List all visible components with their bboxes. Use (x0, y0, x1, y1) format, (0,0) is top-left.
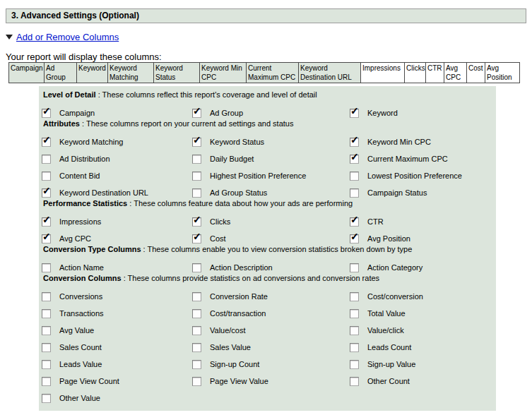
checkbox-campaign-status[interactable] (350, 188, 359, 198)
section-title: Level of Detail (43, 90, 96, 99)
column-option-sign-up-count[interactable]: Sign-up Count (192, 356, 259, 373)
column-option-value-click[interactable]: Value/click (350, 322, 404, 339)
column-option-leads-count[interactable]: Leads Count (350, 339, 411, 356)
checkbox-clicks[interactable] (192, 217, 201, 227)
section-separator: : (141, 245, 148, 253)
add-remove-columns-link[interactable]: Add or Remove Columns (16, 32, 119, 42)
checkbox-value-click[interactable] (350, 326, 359, 335)
checkbox-value-cost[interactable] (192, 326, 201, 335)
column-option-conversions[interactable]: Conversions (42, 288, 102, 305)
section-heading: Level of Detail : These columns reflect … (43, 90, 492, 100)
section-description: These columns enable you to view convers… (148, 245, 413, 253)
column-section: Performance Statistics : These columns f… (40, 199, 492, 247)
column-option-avg-value[interactable]: Avg Value (42, 322, 94, 339)
section-heading: Conversion Columns : These columns provi… (43, 274, 492, 283)
column-option-content-bid[interactable]: Content Bid (42, 167, 100, 184)
column-option-daily-budget[interactable]: Daily Budget (192, 150, 254, 167)
column-option-value-cost[interactable]: Value/cost (192, 322, 246, 339)
column-option-transactions[interactable]: Transactions (42, 305, 104, 322)
checkbox-page-view-value[interactable] (192, 377, 201, 386)
checkbox-current-maximum-cpc[interactable] (350, 155, 359, 164)
column-option-conversion-rate[interactable]: Conversion Rate (192, 288, 268, 305)
checkbox-sales-value[interactable] (192, 343, 201, 352)
column-option-keyword-matching[interactable]: Keyword Matching (42, 133, 124, 150)
checkbox-other-value[interactable] (42, 394, 51, 403)
checkbox-other-count[interactable] (350, 377, 359, 386)
column-option-cost-conversion[interactable]: Cost/conversion (350, 288, 423, 305)
columns-preview-table: CampaignAd GroupKeywordKeyword MatchingK… (8, 62, 520, 83)
column-option-impressions[interactable]: Impressions (42, 213, 101, 230)
checkbox-avg-position[interactable] (350, 234, 359, 243)
column-option-highest-position-preference[interactable]: Highest Position Preference (192, 167, 306, 184)
checkbox-cost[interactable] (192, 234, 201, 243)
checkbox-sign-up-count[interactable] (192, 360, 201, 369)
section-description: These columns provide statistics on ad c… (128, 274, 379, 282)
column-header-campaign: Campaign (9, 63, 45, 83)
section-title: Conversion Columns (43, 274, 122, 282)
checkbox-page-view-count[interactable] (42, 377, 51, 386)
checkbox-content-bid[interactable] (42, 172, 51, 181)
column-option-ad-distribution[interactable]: Ad Distribution (42, 150, 110, 167)
section-header-title: 3. Advanced Settings (Optional) (11, 11, 139, 20)
column-option-total-value[interactable]: Total Value (350, 305, 406, 322)
checkbox-keyword-min-cpc[interactable] (350, 138, 359, 147)
checkbox-keyword[interactable] (350, 109, 359, 118)
column-option-keyword-status[interactable]: Keyword Status (192, 133, 264, 150)
add-remove-columns-toggle[interactable]: Add or Remove Columns (6, 32, 119, 42)
checkbox-daily-budget[interactable] (192, 155, 201, 164)
checkbox-cost-conversion[interactable] (350, 292, 359, 301)
column-option-campaign-status[interactable]: Campaign Status (350, 184, 427, 201)
checkbox-ad-group-status[interactable] (192, 188, 201, 198)
checkbox-campaign[interactable] (42, 109, 51, 118)
checkbox-cost-transaction[interactable] (192, 309, 201, 318)
report-columns-intro: Your report will display these columns: (6, 52, 532, 62)
column-header-keyword-matching: Keyword Matching (108, 63, 154, 83)
checkbox-action-name[interactable] (42, 263, 51, 272)
column-option-other-count[interactable]: Other Count (350, 373, 410, 390)
column-option-page-view-value[interactable]: Page View Value (192, 373, 268, 390)
column-option-other-value[interactable]: Other Value (42, 390, 100, 407)
column-header-clicks: Clicks (405, 63, 426, 83)
column-option-sales-value[interactable]: Sales Value (192, 339, 251, 356)
column-option-clicks[interactable]: Clicks (192, 213, 230, 230)
column-header-keyword-status: Keyword Status (154, 63, 200, 83)
checkbox-ctr[interactable] (350, 217, 359, 227)
checkbox-total-value[interactable] (350, 309, 359, 318)
column-option-current-maximum-cpc[interactable]: Current Maximum CPC (350, 150, 448, 167)
checkbox-highest-position-preference[interactable] (192, 172, 201, 181)
column-option-sales-count[interactable]: Sales Count (42, 339, 102, 356)
column-option-lowest-position-preference[interactable]: Lowest Position Preference (350, 167, 462, 184)
checkbox-ad-distribution[interactable] (42, 155, 51, 164)
checkbox-lowest-position-preference[interactable] (350, 172, 359, 181)
checkbox-transactions[interactable] (42, 309, 51, 318)
checkbox-leads-value[interactable] (42, 360, 51, 369)
checkbox-sign-up-value[interactable] (350, 360, 359, 369)
checkbox-conversion-rate[interactable] (192, 292, 201, 301)
checkbox-avg-cpc[interactable] (42, 234, 51, 243)
column-option-ctr[interactable]: CTR (350, 213, 384, 230)
column-option-keyword-min-cpc[interactable]: Keyword Min CPC (350, 133, 431, 150)
section-separator: : (80, 119, 86, 128)
column-option-keyword[interactable]: Keyword (350, 104, 398, 121)
checkbox-action-description[interactable] (192, 263, 201, 272)
collapse-triangle-icon[interactable] (6, 35, 13, 40)
column-option-page-view-count[interactable]: Page View Count (42, 373, 119, 390)
checkbox-ad-group[interactable] (192, 109, 201, 118)
checkbox-impressions[interactable] (42, 217, 51, 227)
column-option-leads-value[interactable]: Leads Value (42, 356, 102, 373)
checkbox-keyword-matching[interactable] (42, 138, 51, 147)
checkbox-action-category[interactable] (350, 263, 359, 272)
section-title: Attributes (43, 119, 80, 128)
checkbox-sales-count[interactable] (42, 343, 51, 352)
section-separator: : (122, 274, 128, 282)
checkbox-leads-count[interactable] (350, 343, 359, 352)
checkbox-avg-value[interactable] (42, 326, 51, 335)
column-option-cost-transaction[interactable]: Cost/transaction (192, 305, 266, 322)
column-option-sign-up-value[interactable]: Sign-up Value (350, 356, 415, 373)
checkbox-keyword-destination-url[interactable] (42, 188, 51, 198)
columns-panel: Level of Detail : These columns reflect … (39, 86, 496, 411)
preview-header-row: CampaignAd GroupKeywordKeyword MatchingK… (9, 63, 520, 83)
column-header-ctr: CTR (426, 63, 444, 83)
checkbox-conversions[interactable] (42, 292, 51, 301)
checkbox-keyword-status[interactable] (192, 138, 201, 147)
